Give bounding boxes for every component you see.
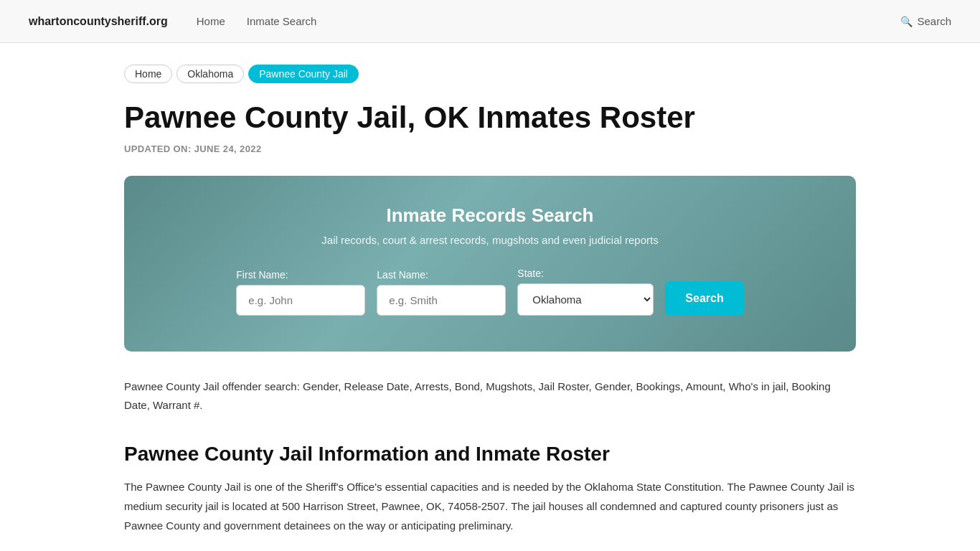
search-button[interactable]: Search (665, 281, 743, 316)
breadcrumb: Home Oklahoma Pawnee County Jail (124, 65, 856, 83)
search-box-subtitle: Jail records, court & arrest records, mu… (167, 234, 813, 246)
breadcrumb-home[interactable]: Home (124, 65, 172, 83)
state-group: State: AlabamaAlaskaArizonaArkansasCalif… (517, 268, 654, 316)
search-box: Inmate Records Search Jail records, cour… (124, 176, 856, 352)
main-content: Home Oklahoma Pawnee County Jail Pawnee … (95, 43, 885, 551)
first-name-input[interactable] (236, 285, 365, 316)
navbar-brand: whartoncountysheriff.org (29, 15, 168, 28)
search-form: First Name: Last Name: State: AlabamaAla… (167, 268, 813, 316)
navbar: whartoncountysheriff.org Home Inmate Sea… (0, 0, 980, 43)
breadcrumb-oklahoma[interactable]: Oklahoma (176, 65, 244, 83)
description-text: Pawnee County Jail offender search: Gend… (124, 377, 856, 414)
last-name-input[interactable] (377, 285, 506, 316)
updated-date-value: JUNE 24, 2022 (194, 143, 262, 154)
state-label: State: (517, 268, 544, 279)
section-heading: Pawnee County Jail Information and Inmat… (124, 443, 856, 466)
navbar-search-label: Search (917, 15, 951, 27)
search-box-title: Inmate Records Search (167, 204, 813, 227)
first-name-label: First Name: (236, 269, 288, 281)
breadcrumb-pawnee-county-jail[interactable]: Pawnee County Jail (248, 65, 359, 83)
page-title: Pawnee County Jail, OK Inmates Roster (124, 100, 856, 135)
navbar-nav: Home Inmate Search (197, 15, 872, 27)
nav-link-inmate-search[interactable]: Inmate Search (247, 15, 317, 27)
navbar-search[interactable]: 🔍 Search (900, 15, 951, 27)
nav-link-home[interactable]: Home (197, 15, 225, 27)
last-name-group: Last Name: (377, 269, 506, 316)
last-name-label: Last Name: (377, 269, 428, 281)
search-icon: 🔍 (900, 16, 913, 27)
first-name-group: First Name: (236, 269, 365, 316)
section-body: The Pawnee County Jail is one of the She… (124, 477, 856, 535)
state-select[interactable]: AlabamaAlaskaArizonaArkansasCaliforniaCo… (517, 283, 654, 316)
updated-prefix: UPDATED ON: (124, 143, 192, 154)
updated-date: UPDATED ON: JUNE 24, 2022 (124, 143, 856, 154)
